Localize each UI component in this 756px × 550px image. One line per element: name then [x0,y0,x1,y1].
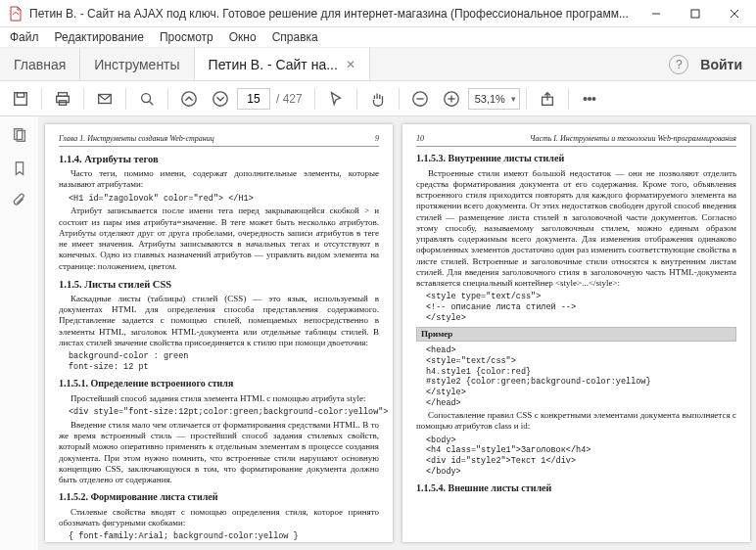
menu-edit[interactable]: Редактирование [55,30,144,44]
tab-label: Петин В. - Сайт на... [209,57,338,72]
menu-view[interactable]: Просмотр [160,30,213,44]
save-button[interactable] [6,84,35,114]
code-block: <body> <h4 class="style1">Заголовок</h4>… [426,435,736,478]
svg-rect-1 [691,10,699,18]
paragraph: Введение стиля мало чем отличается от фо… [59,420,379,486]
mail-button[interactable] [90,84,119,114]
tab-home[interactable]: Главная [0,48,80,80]
code-block: background-color : green font-size: 12 p… [69,351,379,372]
svg-point-20 [584,97,587,100]
heading-1-1-5-4: 1.1.5.4. Внешние листы стилей [416,482,736,495]
svg-point-13 [213,91,227,105]
paragraph: Каскадные листы (таблицы) стилей (CSS) —… [59,294,379,348]
print-button[interactable] [48,84,77,114]
paragraph: Атрибут записывается после имени тега пе… [59,206,379,272]
paragraph: Встроенные стили имеют большой недостато… [416,168,736,290]
help-icon[interactable]: ? [669,55,688,74]
running-head-left: Глава 1. Инструменты создания Web-страни… [59,134,214,144]
example-label: Пример [416,327,736,342]
paragraph: Простейший способ задания стиля элемента… [59,393,379,404]
sidebar [0,116,39,550]
zoom-out-button[interactable] [405,84,435,114]
code-block: { font-family:Arial; background-color:ye… [69,531,379,542]
heading-1-1-5-2: 1.1.5.2. Формирование листа стилей [59,491,379,504]
app-logo-icon [8,6,24,22]
page-number: 10 [416,134,424,144]
heading-1-1-5: 1.1.5. Листы стилей CSS [59,278,379,291]
page-left: Глава 1. Инструменты создания Web-страни… [45,124,393,542]
page-down-button[interactable] [206,84,235,114]
menubar: Файл Редактирование Просмотр Окно Справк… [0,27,756,48]
tab-tools[interactable]: Инструменты [80,48,194,80]
code-block: <div style="font-size:12pt;color:green;b… [69,407,379,418]
menu-file[interactable]: Файл [10,30,39,44]
tab-close-icon[interactable]: ✕ [346,58,355,71]
zoom-in-button[interactable] [437,84,466,114]
hand-tool-button[interactable] [363,84,393,114]
titlebar: Петин В. - Сайт на AJAX под ключ. Готово… [0,0,756,27]
svg-point-12 [182,91,196,105]
toolbar: / 427 53,1% [0,81,756,116]
svg-line-11 [150,101,154,105]
window-title: Петин В. - Сайт на AJAX под ключ. Готово… [29,7,637,21]
heading-1-1-4: 1.1.4. Атрибуты тегов [59,153,379,165]
code-block: <style type="text/css"> <!-- описание ли… [426,292,736,323]
select-tool-button[interactable] [321,84,351,114]
more-tools-button[interactable] [575,84,604,114]
find-button[interactable] [132,84,162,114]
paragraph: Стилевые свойства вводят с помощью опред… [59,507,379,529]
paragraph: Сопоставление правил CSS с конкретными э… [416,410,736,433]
svg-point-21 [589,97,591,100]
maximize-button[interactable] [676,0,715,27]
menu-help[interactable]: Справка [272,30,318,44]
svg-rect-7 [57,96,70,102]
tab-document[interactable]: Петин В. - Сайт на... ✕ [195,48,370,80]
workspace: Глава 1. Инструменты создания Web-страни… [0,116,756,550]
heading-1-1-5-3: 1.1.5.3. Внутренние листы стилей [416,153,736,165]
page-up-button[interactable] [174,84,204,114]
zoom-value: 53,1% [475,93,505,105]
page-number: 9 [375,134,379,144]
page-number-input[interactable] [237,88,270,110]
page-view[interactable]: Глава 1. Инструменты создания Web-страни… [39,116,756,550]
close-button[interactable] [715,0,754,27]
share-button[interactable] [533,84,562,114]
attachments-panel-button[interactable] [9,191,30,212]
running-head-right: Часть I. Инструменты и технологии Web-пр… [530,134,736,144]
tabbar: Главная Инструменты Петин В. - Сайт на..… [0,48,756,81]
page-right: 10 Часть I. Инструменты и технологии Web… [402,124,750,542]
svg-point-10 [142,93,151,102]
tab-label: Главная [14,57,66,72]
svg-rect-5 [17,92,24,97]
svg-point-22 [592,97,595,100]
heading-1-1-5-1: 1.1.5.1. Определение встроенного стиля [59,378,379,390]
bookmarks-panel-button[interactable] [9,158,30,179]
code-block: <H1 id="zagolovok" color="red"> </H1> [69,194,379,205]
code-block: <head> <style="text/css"> h4.style1 {col… [426,345,736,408]
zoom-select[interactable]: 53,1% [468,88,520,110]
paragraph: Часто теги, помимо имени, содержат допол… [59,168,379,191]
svg-rect-4 [15,92,27,105]
tab-label: Инструменты [94,57,179,72]
minimize-button[interactable] [637,0,676,27]
login-button[interactable]: Войти [700,57,742,72]
thumbnails-panel-button[interactable] [9,124,30,146]
menu-window[interactable]: Окно [229,30,257,44]
page-total-label: / 427 [276,92,303,106]
